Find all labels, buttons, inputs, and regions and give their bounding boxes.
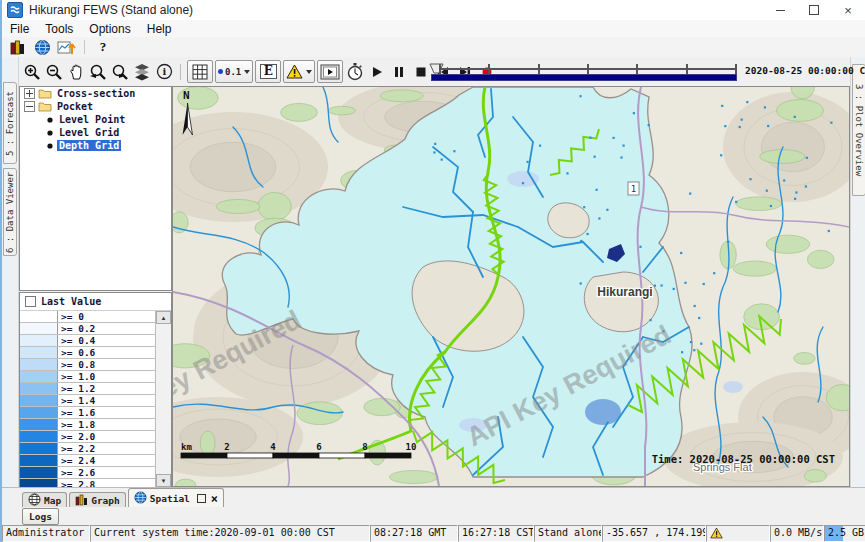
logs-button[interactable]: Logs (22, 508, 59, 525)
collapse-icon[interactable] (24, 101, 35, 112)
bottom-tab-bar: MapGraphSpatial× (2, 487, 865, 508)
chevron-down-icon (306, 70, 312, 74)
explorer-panel: Cross-sectionPocketLevel PointLevel Grid… (19, 86, 172, 486)
tree-item-level-point[interactable]: Level Point (20, 113, 171, 126)
legend-color-swatch (20, 407, 58, 418)
bullet-icon (46, 116, 54, 124)
tab-spatial[interactable]: Spatial× (128, 488, 224, 508)
svg-text:km: km (181, 442, 192, 452)
legend-panel: Last Value >= 0>= 0.2>= 0.4>= 0.6>= 0.8>… (19, 292, 172, 488)
legend-toggle[interactable]: E (255, 60, 281, 83)
tree-item-depth-grid[interactable]: Depth Grid (20, 139, 171, 152)
timer-icon[interactable] (345, 61, 365, 82)
maximize-icon[interactable] (797, 0, 831, 20)
menu-help[interactable]: Help (139, 22, 180, 36)
legend-row[interactable]: >= 1.0 (20, 371, 156, 383)
timeline-tick (636, 64, 638, 74)
legend-row[interactable]: >= 1.8 (20, 419, 156, 431)
map-time-label: Time: 2020-08-25 00:00:00 CST (652, 453, 835, 465)
timeline-tick (686, 64, 688, 74)
expand-icon[interactable] (24, 88, 35, 99)
timeline-tick (538, 64, 540, 74)
legend-row-label: >= 1.4 (58, 395, 156, 406)
close-icon[interactable]: × (831, 0, 865, 20)
zoom-next-icon[interactable] (110, 61, 130, 82)
legend-color-swatch (20, 311, 58, 322)
status-transfer-rate: 0.0 MB/s (770, 525, 824, 542)
database-icon[interactable] (6, 38, 30, 56)
window-title: Hikurangi FEWS (Stand alone) (29, 3, 193, 17)
scroll-down-icon[interactable]: ▼ (156, 474, 171, 487)
map-canvas[interactable]: 1 API Key Required API Key Required Hiku… (173, 87, 849, 486)
layers-icon[interactable] (132, 61, 152, 82)
map-view[interactable]: 1 API Key Required API Key Required Hiku… (172, 86, 850, 487)
tab-plot-overview[interactable]: 3 : Plot Overview (852, 64, 865, 196)
map-display-icon[interactable] (30, 38, 54, 56)
tab-map[interactable]: Map (22, 492, 67, 508)
legend-row[interactable]: >= 2.2 (20, 443, 156, 455)
tree-item-cross-section[interactable]: Cross-section (20, 87, 171, 100)
toolbar-separator (180, 64, 181, 80)
last-value-checkbox[interactable] (25, 296, 36, 307)
legend-row[interactable]: >= 2.0 (20, 431, 156, 443)
svg-text:8: 8 (362, 442, 367, 452)
legend-row[interactable]: >= 1.2 (20, 383, 156, 395)
tree-item-label: Cross-section (55, 88, 137, 99)
warning-dropdown[interactable] (283, 60, 315, 83)
menu-options[interactable]: Options (81, 22, 138, 36)
legend-row-label: >= 2.0 (58, 431, 156, 442)
timeline-tick (439, 64, 441, 74)
legend-color-swatch (20, 359, 58, 370)
tab-data-viewer[interactable]: 6 : Data Viewer (3, 168, 17, 256)
svg-text:N: N (183, 89, 190, 102)
right-tab-strip: 3 : Plot Overview (850, 57, 865, 487)
legend-row[interactable]: >= 0.8 (20, 359, 156, 371)
zoom-in-icon[interactable] (22, 61, 42, 82)
legend-scrollbar[interactable]: ▲ ▼ (155, 311, 171, 487)
legend-color-swatch (20, 395, 58, 406)
tab-label: Spatial (150, 493, 190, 504)
timeline-slider[interactable] (427, 61, 741, 82)
menu-tools[interactable]: Tools (37, 22, 81, 36)
legend-row-label: >= 0.6 (58, 347, 156, 358)
status-gmt-time: 08:27:18 GMT (370, 525, 458, 542)
animation-icon[interactable] (317, 60, 343, 83)
timeline-tick (488, 64, 490, 74)
legend-row[interactable]: >= 1.4 (20, 395, 156, 407)
tree-item-pocket[interactable]: Pocket (20, 100, 171, 113)
scroll-up-icon[interactable]: ▲ (156, 311, 171, 324)
zoom-previous-icon[interactable] (88, 61, 108, 82)
close-panel-icon[interactable]: × (211, 492, 218, 506)
left-tab-strip: 5 : Forecast6 : Data Viewer (2, 57, 19, 487)
pause-icon[interactable] (389, 61, 409, 82)
info-icon[interactable]: i (154, 61, 174, 82)
tree-item-level-grid[interactable]: Level Grid (20, 126, 171, 139)
threshold-dropdown[interactable]: 0.1 (215, 60, 253, 83)
legend-color-swatch (20, 371, 58, 382)
legend-row[interactable]: >= 0.4 (20, 335, 156, 347)
tab-forecast[interactable]: 5 : Forecast (3, 82, 17, 164)
maximize-panel-icon[interactable] (197, 494, 206, 503)
tab-graph[interactable]: Graph (69, 492, 126, 508)
svg-text:10: 10 (406, 442, 417, 452)
legend-row[interactable]: >= 2.6 (20, 467, 156, 479)
warning-icon (710, 530, 723, 541)
help-icon[interactable]: ? (91, 38, 115, 56)
menu-file[interactable]: File (2, 22, 37, 36)
grid-icon[interactable] (187, 60, 213, 83)
svg-text:6: 6 (316, 442, 321, 452)
menu-bar: FileToolsOptionsHelp (2, 20, 865, 38)
legend-row[interactable]: >= 0.6 (20, 347, 156, 359)
legend-row-label: >= 0.4 (58, 335, 156, 346)
zoom-out-icon[interactable] (44, 61, 64, 82)
tab-label: Map (44, 495, 61, 506)
legend-row[interactable]: >= 0.2 (20, 323, 156, 335)
spatial-display-icon[interactable] (54, 38, 78, 56)
play-icon[interactable] (367, 61, 387, 82)
pan-icon[interactable] (66, 61, 86, 82)
logs-row: Logs (2, 507, 865, 525)
minimize-icon[interactable] (763, 0, 797, 20)
legend-row[interactable]: >= 1.6 (20, 407, 156, 419)
legend-row[interactable]: >= 0 (20, 311, 156, 323)
legend-row[interactable]: >= 2.4 (20, 455, 156, 467)
